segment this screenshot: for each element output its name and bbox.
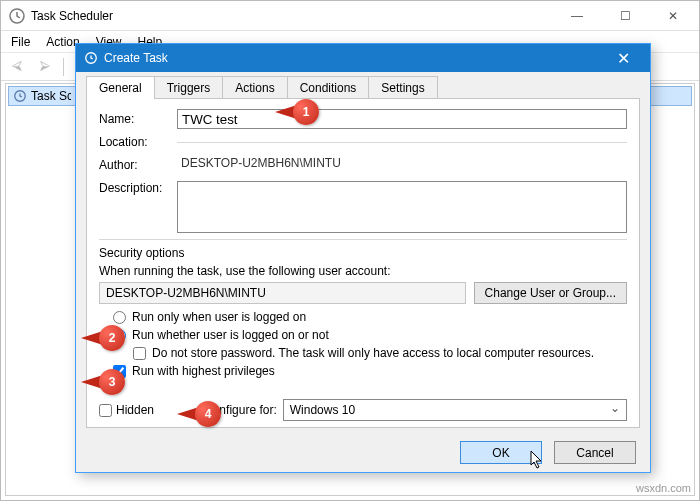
radio-run-logged-on[interactable]	[113, 311, 126, 324]
watermark: wsxdn.com	[636, 482, 691, 494]
create-task-dialog: Create Task ✕ General Triggers Actions C…	[75, 43, 651, 473]
author-value: DESKTOP-U2MBH6N\MINTU	[177, 155, 627, 175]
checkbox-highest-privileges-label: Run with highest privileges	[132, 364, 275, 378]
cancel-button[interactable]: Cancel	[554, 441, 636, 464]
tab-conditions[interactable]: Conditions	[287, 76, 370, 99]
dialog-titlebar: Create Task ✕	[76, 44, 650, 72]
author-label: Author:	[99, 158, 177, 172]
checkbox-hidden-label: Hidden	[116, 403, 154, 417]
callout-4: 4	[195, 401, 221, 427]
configure-for-value: Windows 10	[290, 403, 355, 417]
name-label: Name:	[99, 112, 177, 126]
callout-1: 1	[293, 99, 319, 125]
maximize-button[interactable]: ☐	[607, 9, 643, 23]
checkbox-no-store-password[interactable]	[133, 347, 146, 360]
general-panel: Name: Location: Author: DESKTOP-U2MBH6N\…	[86, 98, 640, 428]
description-input[interactable]	[177, 181, 627, 233]
minimize-button[interactable]: —	[559, 9, 595, 23]
tab-general[interactable]: General	[86, 76, 155, 99]
menu-file[interactable]: File	[11, 35, 30, 49]
clock-icon	[13, 89, 27, 103]
callout-3: 3	[99, 369, 125, 395]
checkbox-hidden[interactable]	[99, 404, 112, 417]
security-options-title: Security options	[99, 246, 627, 260]
dialog-close-button[interactable]: ✕	[604, 49, 642, 68]
change-user-button[interactable]: Change User or Group...	[474, 282, 627, 304]
app-title: Task Scheduler	[31, 9, 559, 23]
app-icon	[9, 8, 25, 24]
tab-triggers[interactable]: Triggers	[154, 76, 224, 99]
close-button[interactable]: ✕	[655, 9, 691, 23]
configure-for-select[interactable]: Windows 10	[283, 399, 627, 421]
description-label: Description:	[99, 181, 177, 195]
clock-icon	[84, 51, 98, 65]
dialog-title: Create Task	[104, 51, 604, 65]
callout-2: 2	[99, 325, 125, 351]
name-input[interactable]	[177, 109, 627, 129]
titlebar: Task Scheduler — ☐ ✕	[1, 1, 699, 31]
forward-icon: ⮚	[35, 57, 55, 77]
checkbox-no-store-password-label: Do not store password. The task will onl…	[152, 346, 594, 360]
task-scheduler-window: Task Scheduler — ☐ ✕ File Action View He…	[0, 0, 700, 501]
tab-settings[interactable]: Settings	[368, 76, 437, 99]
tree-root-label: Task Scheduler	[31, 89, 71, 103]
tab-actions[interactable]: Actions	[222, 76, 287, 99]
radio-run-logged-on-label: Run only when user is logged on	[132, 310, 306, 324]
mouse-cursor-icon	[530, 450, 544, 470]
tab-strip: General Triggers Actions Conditions Sett…	[76, 72, 650, 98]
security-prompt: When running the task, use the following…	[99, 264, 627, 278]
location-label: Location:	[99, 135, 177, 149]
back-icon: ⮘	[7, 57, 27, 77]
security-user: DESKTOP-U2MBH6N\MINTU	[99, 282, 466, 304]
radio-run-whether-label: Run whether user is logged on or not	[132, 328, 329, 342]
